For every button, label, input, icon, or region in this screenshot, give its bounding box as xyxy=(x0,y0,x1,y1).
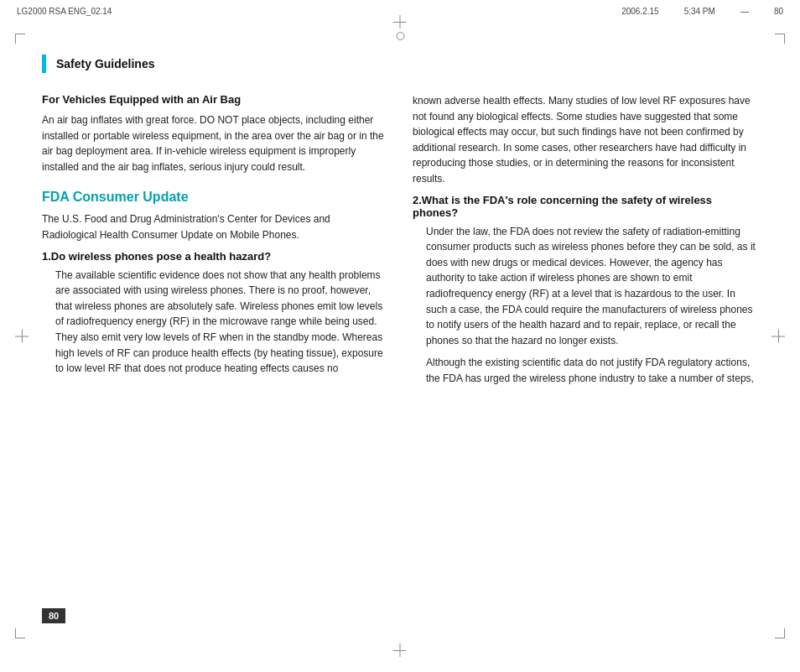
q1-text: The available scientific evidence does n… xyxy=(42,268,387,377)
q2-text1: Under the law, the FDA does not review t… xyxy=(413,224,758,349)
right-column: known adverse health effects. Many studi… xyxy=(413,93,758,626)
crosshair-top xyxy=(400,15,401,29)
corner-mark-bl xyxy=(15,628,25,638)
corner-mark-tr xyxy=(775,34,785,44)
crosshair-left xyxy=(15,336,29,336)
corner-mark-tl xyxy=(15,34,25,44)
circle-top xyxy=(396,32,404,40)
corner-mark-br xyxy=(775,628,785,638)
header-page: 80 xyxy=(774,7,783,16)
fda-heading: FDA Consumer Update xyxy=(42,190,387,205)
section-title: Safety Guidelines xyxy=(56,57,154,70)
air-bag-heading: For Vehicles Equipped with an Air Bag xyxy=(42,93,387,106)
header-date: 2006.2.15 xyxy=(621,7,659,16)
q2-text2: Although the existing scientific data do… xyxy=(413,355,758,386)
q1-heading: 1.Do wireless phones pose a health hazar… xyxy=(42,250,387,263)
q2-heading: 2.What is the FDA's role concerning the … xyxy=(413,194,758,219)
header-separator: — xyxy=(740,7,749,16)
content-area: Safety Guidelines For Vehicles Equipped … xyxy=(42,46,758,626)
fda-intro: The U.S. Food and Drug Administration's … xyxy=(42,211,387,242)
continuation-text: known adverse health effects. Many studi… xyxy=(413,93,758,187)
page-container: LG2000 RSA ENG_02.14 2006.2.15 5:34 PM —… xyxy=(0,0,800,672)
crosshair-bottom xyxy=(400,643,401,657)
air-bag-text: An air bag inflates with great force. DO… xyxy=(42,112,387,175)
header-time: 5:34 PM xyxy=(684,7,715,16)
crosshair-right xyxy=(771,336,785,336)
page-badge: 80 xyxy=(42,608,65,623)
two-column-layout: For Vehicles Equipped with an Air Bag An… xyxy=(42,93,758,626)
section-header: Safety Guidelines xyxy=(42,46,758,73)
left-column: For Vehicles Equipped with an Air Bag An… xyxy=(42,93,387,626)
header-filename: LG2000 RSA ENG_02.14 xyxy=(17,7,112,16)
header-right: 2006.2.15 5:34 PM — 80 xyxy=(621,7,783,16)
section-accent-bar xyxy=(42,55,46,73)
